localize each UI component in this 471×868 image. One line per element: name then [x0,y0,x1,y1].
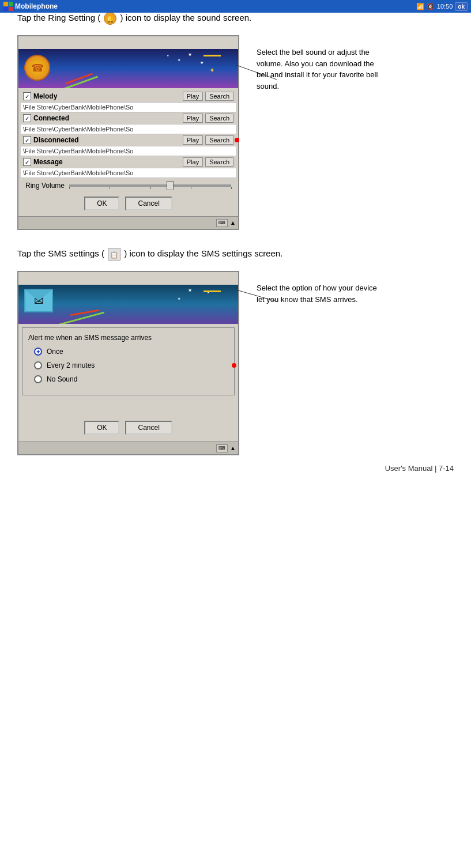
svg-line-1 [236,290,277,301]
radio-once-label: Once [47,348,63,356]
disconnected-label: Disconnected [33,136,180,144]
disconnected-checkbox[interactable]: ✓ [23,136,31,144]
message-row-header: ✓ Message Play Search [21,156,236,168]
melody-filepath: \File Store\CyberBank\MobilePhone\So [21,103,236,112]
melody-label: Melody [33,92,180,100]
ring-setting-screen-area: Mobilephone 📶 🔇 10:50 ok ☎ ★ ★ ★ ★ [17,35,454,230]
taskbar-1: ⌨ ▲ [18,216,238,229]
star5: ✦ [209,66,215,74]
connected-label: Connected [33,114,180,122]
alert-group-box: Alert me when an SMS message arrives ✦ O… [22,327,235,395]
annotation-1-area: Select the bell sound or adjust the volu… [239,35,454,103]
phone-screen-2: Mobilephone 📶 🔇 10:50 ok ✉ ★ ★ ★ [17,271,239,455]
sms-setting-screen-area: Mobilephone 📶 🔇 10:50 ok ✉ ★ ★ ★ [17,271,454,455]
message-label: Message [33,158,180,166]
svg-line-0 [236,65,277,80]
message-search-btn[interactable]: Search [205,157,233,167]
radio-every2: Every 2 mnutes [28,361,228,369]
envelope-flap [24,289,53,301]
alert-title: Alert me when an SMS message arrives [28,334,228,342]
melody-search-btn[interactable]: Search [205,92,233,101]
taskbar-arrow-2: ▲ [230,445,236,451]
taskbar-arrow-1: ▲ [230,220,236,226]
radio-nosound-label: No Sound [47,375,77,383]
message-checkbox[interactable]: ✓ [23,158,31,166]
star-s2: ★ [178,296,180,300]
connected-checkbox[interactable]: ✓ [23,114,31,122]
phone-header-bar-2: Mobilephone 📶 🔇 10:50 ok [0,0,471,13]
volume-slider[interactable] [69,184,231,187]
intro-text-1: Tap the Ring Setting ( 🔔 ) icon to displ… [17,12,454,25]
melody-checkbox[interactable]: ✓ [23,92,31,100]
keyboard-icon-1[interactable]: ⌨ [216,219,228,227]
banner-coin-inner: ☎ [25,56,49,80]
callout-dot-2 [232,363,236,368]
connected-filepath: \File Store\CyberBank\MobilePhone\So [21,124,236,134]
footer-text: User's Manual | 7-14 [385,464,454,473]
radio-nosound-circle[interactable] [34,375,42,383]
star2: ★ [178,58,180,62]
callout-line-2 [236,287,282,322]
star4: ★ [200,61,204,65]
screen2-bottom-buttons: OK Cancel [22,417,235,438]
green-line [54,76,98,88]
radio-every2-label: Every 2 mnutes [47,361,95,369]
disconnected-filepath: \File Store\CyberBank\MobilePhone\So [21,146,236,156]
screen2-cancel-btn[interactable]: Cancel [125,421,172,435]
windows-logo-2 [3,2,13,11]
screen2-title: Mobilephone [15,2,58,10]
ring-volume-label: Ring Volume [25,182,65,190]
screen1-cancel-btn[interactable]: Cancel [125,197,172,210]
radio-once-circle[interactable]: ✦ [34,348,42,356]
signal-icon-2: 📶 [416,3,424,10]
melody-play-btn[interactable]: Play [183,92,203,101]
connected-play-btn[interactable]: Play [183,114,203,123]
disconnected-search-btn[interactable]: Search [205,135,233,145]
intro-text-2: Tap the SMS settings ( 📋 ) icon to displ… [17,247,454,261]
mute-icon-2: 🔇 [427,3,435,10]
sms-settings-icon: 📋 [108,248,120,261]
yellow-bar [204,55,221,56]
radio-once: ✦ Once [28,348,228,356]
yellow-bar-2 [204,290,221,292]
star3: ★ [167,54,169,57]
ring-volume-row: Ring Volume [21,178,236,193]
keyboard-icon-2[interactable]: ⌨ [216,444,228,452]
phone-body-1: ✓ Melody Play Search \File Store\CyberBa… [18,88,238,216]
spacer [22,400,235,417]
connected-search-btn[interactable]: Search [205,114,233,123]
banner-sms: ✉ ★ ★ ★ [18,285,238,324]
message-filepath: \File Store\CyberBank\MobilePhone\So [21,168,236,178]
disconnected-play-btn[interactable]: Play [183,135,203,145]
annotation-2-area: Select the option of how your device let… [239,271,454,316]
connected-row-header: ✓ Connected Play Search [21,112,236,124]
callout-line-1 [236,62,282,97]
sms-phone-body: Alert me when an SMS message arrives ✦ O… [18,324,238,441]
callout-dot-1 [235,138,239,142]
message-play-btn[interactable]: Play [183,157,203,167]
taskbar-2: ⌨ ▲ [18,441,238,454]
screen1-ok-btn[interactable]: OK [84,197,119,210]
screen1-bottom-buttons: OK Cancel [21,193,236,214]
screen2-ok-btn[interactable]: OK [84,421,119,435]
clock-2: 10:50 [437,3,453,10]
star-s1: ★ [188,288,192,293]
melody-row-header: ✓ Melody Play Search [21,90,236,103]
disconnected-row-header: ✓ Disconnected Play Search [21,134,236,146]
radio-nosound: No Sound [28,375,228,383]
star1: ★ [188,52,192,57]
header-ok-2[interactable]: ok [455,2,468,11]
ring-setting-icon: 🔔 [104,12,116,25]
phone-screen-1: Mobilephone 📶 🔇 10:50 ok ☎ ★ ★ ★ ★ [17,35,239,230]
radio-every2-circle[interactable] [34,361,42,369]
